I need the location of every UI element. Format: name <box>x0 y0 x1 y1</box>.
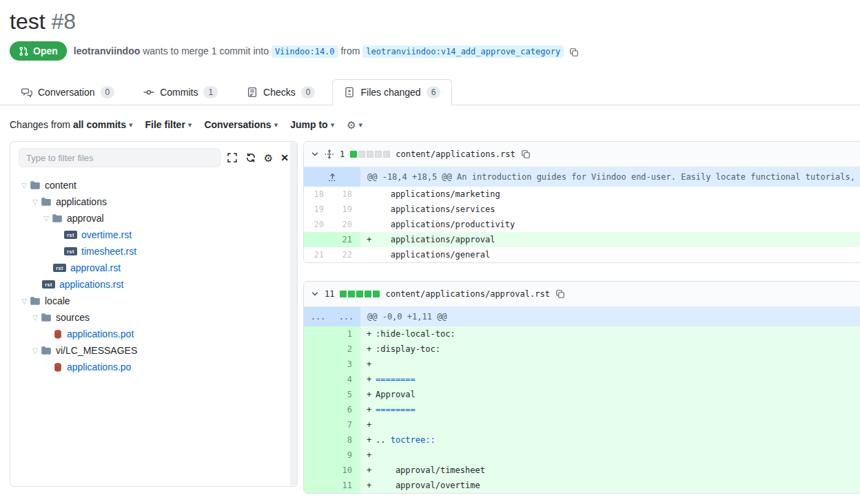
old-line-number[interactable] <box>304 326 332 342</box>
folder-name: locale <box>45 295 70 306</box>
collapse-triangle-icon[interactable]: ▽ <box>30 347 41 355</box>
new-line-number[interactable]: 18 <box>332 187 360 202</box>
new-line-number[interactable]: 6 <box>332 402 360 417</box>
code-cell: applications/services <box>360 202 860 217</box>
tree-folder-vi-lc-messages[interactable]: ▽vi/LC_MESSAGES <box>19 342 297 359</box>
new-line-number[interactable]: 1 <box>332 326 360 342</box>
collapse-triangle-icon[interactable]: ▽ <box>30 198 41 206</box>
hunk-gutter: ...... <box>304 307 360 326</box>
old-line-number[interactable] <box>304 432 332 448</box>
changes-from-dropdown[interactable]: Changes from all commits ▾ <box>10 119 133 130</box>
old-line-number[interactable] <box>304 372 332 387</box>
new-line-number[interactable]: 10 <box>332 463 360 478</box>
merge-text-2: from <box>340 45 360 56</box>
new-line-number[interactable]: 9 <box>332 448 360 463</box>
sync-icon[interactable] <box>245 152 256 163</box>
new-line-number[interactable]: 22 <box>332 247 360 262</box>
tree-folder-approval[interactable]: ▽approval <box>19 210 297 227</box>
tree-file-applications-rst[interactable]: rstapplications.rst <box>19 276 297 293</box>
old-line-number[interactable]: 19 <box>304 202 332 217</box>
tree-file-timesheet-rst[interactable]: rsttimesheet.rst <box>19 243 297 260</box>
code-text: applications/approval <box>376 232 495 247</box>
diff-file-header: 1content/applications.rst <box>304 142 860 167</box>
old-line-number[interactable] <box>304 417 332 432</box>
syntax-keyword: toctree:: <box>391 435 436 445</box>
old-line-number[interactable] <box>304 463 332 478</box>
tab-conversation[interactable]: Conversation0 <box>10 79 126 105</box>
author-link[interactable]: leotranviindoo <box>74 45 140 56</box>
expand-hunk-button[interactable] <box>304 172 360 182</box>
tree-file-overtime-rst[interactable]: rstovertime.rst <box>19 227 297 243</box>
code-text: Approval <box>376 387 416 402</box>
sidebar-scrollbar[interactable] <box>290 142 297 486</box>
old-line-number[interactable] <box>304 387 332 402</box>
old-line-number[interactable]: 21 <box>304 247 332 262</box>
tab-commits[interactable]: Commits1 <box>132 79 229 105</box>
caret-down-icon: ▾ <box>129 120 133 129</box>
diff-settings-dropdown[interactable]: ⚙ ▾ <box>347 120 362 130</box>
file-filter-dropdown[interactable]: File filter ▾ <box>145 119 192 130</box>
code-cell: +======== <box>360 402 860 417</box>
new-line-number[interactable]: 7 <box>332 417 360 432</box>
diff-panel-1: 1content/applications.rst@@ -18,4 +18,5 … <box>303 141 860 263</box>
tree-file-applications-po[interactable]: applications.po <box>19 359 297 375</box>
tree-file-approval-rst[interactable]: rstapproval.rst <box>19 260 297 276</box>
chevron-down-icon[interactable] <box>311 290 319 298</box>
tab-label: Files changed <box>360 87 420 98</box>
copy-icon[interactable] <box>521 149 531 159</box>
new-line-number[interactable]: 8 <box>332 432 360 448</box>
diff-sign: + <box>360 232 376 247</box>
new-line-number[interactable]: 5 <box>332 387 360 402</box>
new-line-number[interactable]: 11 <box>332 478 360 493</box>
old-line-number[interactable]: 18 <box>304 187 332 202</box>
diff-line: 10+ approval/timesheet <box>304 463 860 478</box>
new-line-number[interactable]: 19 <box>332 202 360 217</box>
tree-folder-content[interactable]: ▽content <box>19 177 297 193</box>
diffstat-square <box>358 151 365 158</box>
diff-sign <box>360 247 376 262</box>
hunk-header-text: @@ -18,4 +18,5 @@ An introduction guides… <box>360 167 860 187</box>
fullscreen-icon[interactable] <box>227 152 238 163</box>
copy-icon[interactable] <box>569 48 579 57</box>
old-line-number[interactable] <box>304 402 332 417</box>
diff-sign <box>360 202 376 217</box>
new-line-number[interactable]: 4 <box>332 372 360 387</box>
tree-folder-sources[interactable]: ▽sources <box>19 309 297 326</box>
code-text: applications/productivity <box>376 217 515 232</box>
collapse-triangle-icon[interactable]: ▽ <box>30 314 41 322</box>
file-filter-input[interactable] <box>19 148 221 167</box>
collapse-triangle-icon[interactable]: ▽ <box>19 297 30 305</box>
code-text: ======== <box>376 372 416 387</box>
move-icon[interactable] <box>325 149 334 160</box>
new-line-number[interactable]: 2 <box>332 342 360 357</box>
conversations-dropdown[interactable]: Conversations ▾ <box>204 119 278 130</box>
close-icon[interactable]: ✕ <box>280 153 289 162</box>
collapse-triangle-icon[interactable]: ▽ <box>19 182 30 189</box>
hunk-gutter <box>304 167 360 187</box>
old-line-number[interactable] <box>304 478 332 493</box>
old-line-number[interactable] <box>304 232 332 247</box>
rst-file-icon: rst <box>53 264 66 272</box>
tab-files-changed[interactable]: Files changed6 <box>332 79 452 105</box>
old-line-number[interactable] <box>304 448 332 463</box>
gear-icon[interactable]: ⚙ <box>264 153 273 163</box>
new-line-number[interactable]: 21 <box>332 232 360 247</box>
expand-up-icon <box>327 172 338 182</box>
chevron-down-icon[interactable] <box>311 150 319 158</box>
tab-checks[interactable]: Checks0 <box>235 79 327 105</box>
diff-filename-link[interactable]: content/applications/approval.rst <box>385 289 549 299</box>
old-line-number[interactable]: 20 <box>304 217 332 232</box>
old-line-number[interactable] <box>304 357 332 372</box>
jump-to-dropdown[interactable]: Jump to ▾ <box>290 119 334 130</box>
new-line-number[interactable]: 3 <box>332 357 360 372</box>
new-line-number[interactable]: 20 <box>332 217 360 232</box>
diffstat-square <box>348 291 355 297</box>
old-line-number[interactable] <box>304 342 332 357</box>
diff-filename-link[interactable]: content/applications.rst <box>396 149 515 159</box>
tree-folder-locale[interactable]: ▽locale <box>19 293 297 309</box>
copy-icon[interactable] <box>555 289 565 299</box>
folder-name: content <box>45 180 76 191</box>
tree-file-applications-pot[interactable]: applications.pot <box>19 326 297 342</box>
collapse-triangle-icon[interactable]: ▽ <box>41 215 52 222</box>
tree-folder-applications[interactable]: ▽applications <box>19 193 297 210</box>
